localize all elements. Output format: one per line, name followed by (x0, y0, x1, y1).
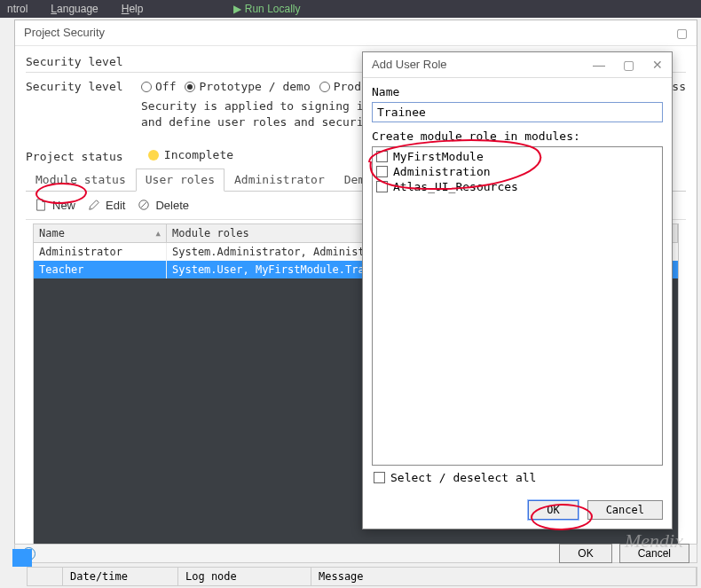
menu-help[interactable]: Help (122, 3, 144, 15)
maximize-icon[interactable]: ▢ (676, 26, 688, 40)
label-name: Name (372, 85, 663, 98)
selection-patch (12, 549, 32, 567)
new-button[interactable]: New (35, 199, 75, 212)
minimize-icon[interactable]: — (593, 58, 605, 72)
add-user-role-dialog: Add User Role — ▢ ✕ Name Create module r… (362, 51, 673, 529)
status-value: Incomplete (164, 148, 233, 161)
module-item[interactable]: Atlas_UI_Resources (376, 179, 658, 194)
new-file-icon (35, 199, 47, 211)
column-header-name[interactable]: Name▲ (34, 224, 167, 242)
checkbox-icon[interactable] (376, 181, 388, 192)
checkbox-icon[interactable] (374, 472, 385, 483)
window-title: Project Security (24, 26, 105, 40)
cancel-button-bottom[interactable]: Cancel (619, 544, 689, 563)
log-bar: Date/time Log node Message (27, 567, 697, 586)
maximize-icon[interactable]: ▢ (623, 58, 634, 72)
ok-button-bottom[interactable]: OK (559, 544, 611, 563)
label-create-module-role: Create module role in modules: (372, 129, 663, 143)
cancel-button[interactable]: Cancel (587, 500, 663, 520)
sort-asc-icon: ▲ (156, 229, 161, 238)
tab-user-roles[interactable]: User roles (136, 169, 224, 192)
radio-off[interactable]: Off (141, 80, 176, 93)
radio-prototype-demo[interactable]: Prototype / demo (185, 80, 310, 93)
tab-module-status[interactable]: Module status (26, 169, 136, 191)
log-col-lognode[interactable]: Log node (178, 568, 311, 585)
select-deselect-all[interactable]: Select / deselect all (374, 471, 661, 484)
menu-control[interactable]: ntrol (7, 3, 28, 15)
dialog-title: Add User Role (372, 58, 447, 72)
checkbox-icon[interactable] (376, 166, 388, 177)
pencil-icon (88, 199, 100, 211)
status-dot-icon (148, 150, 159, 161)
prohibit-icon (138, 199, 150, 211)
svg-line-1 (141, 202, 147, 208)
edit-button[interactable]: Edit (88, 199, 125, 212)
top-menubar: ntrol Language Help ▶ Run Locally (0, 0, 701, 18)
log-col-message[interactable]: Message (311, 568, 697, 585)
delete-button[interactable]: Delete (138, 199, 189, 212)
menu-language[interactable]: Language (51, 3, 98, 15)
ok-button[interactable]: OK (528, 500, 578, 520)
run-locally-button[interactable]: ▶ Run Locally (233, 3, 300, 15)
label-security-level: Security level (26, 80, 141, 93)
log-col-datetime[interactable]: Date/time (63, 568, 178, 585)
label-project-status: Project status (26, 150, 141, 163)
tab-administrator[interactable]: Administrator (224, 169, 335, 191)
modules-list: MyFirstModule Administration Atlas_UI_Re… (372, 146, 663, 466)
module-item[interactable]: MyFirstModule (376, 149, 658, 164)
checkbox-icon[interactable] (376, 151, 388, 162)
close-icon[interactable]: ✕ (652, 58, 663, 72)
name-field[interactable] (372, 102, 663, 122)
bottom-bar: ? OK Cancel (14, 544, 697, 563)
module-item[interactable]: Administration (376, 164, 658, 179)
section-heading-security-level: Security level (26, 55, 123, 68)
